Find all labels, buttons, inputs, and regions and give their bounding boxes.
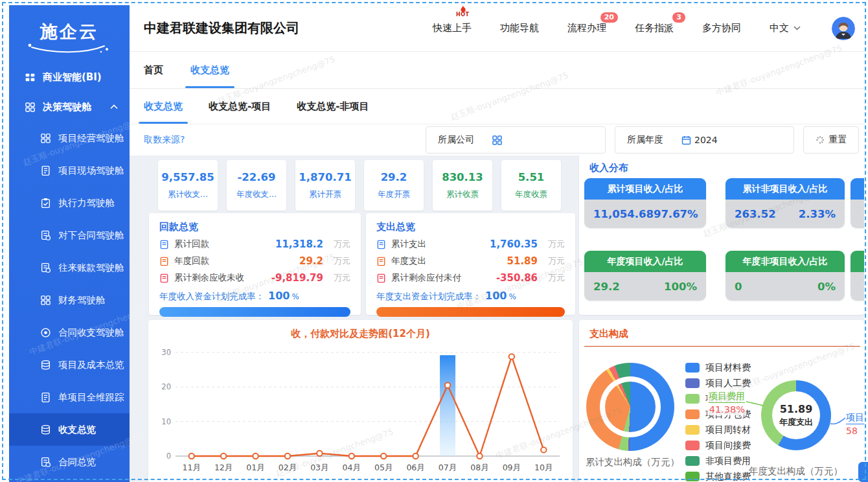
svg-text:02月: 02月	[279, 463, 297, 472]
sidebar-item-income-expense-overview[interactable]: 收支总览	[9, 413, 130, 446]
sidebar-item-label: 项目经营驾驶舱	[58, 132, 124, 144]
user-avatar[interactable]	[832, 17, 855, 40]
subtab-overview-nonproject[interactable]: 收支总览-非项目	[297, 89, 369, 124]
stat-row: 年度支出 51.89 万元	[376, 255, 565, 267]
sidebar-item-label: 合同总览	[58, 456, 96, 468]
avatar-person-icon	[832, 17, 855, 40]
sidebar-item-label: 单项目全维跟踪	[58, 391, 124, 404]
document-badge-icon	[40, 262, 51, 273]
subtab-overview-project[interactable]: 收支总览-项目	[209, 89, 271, 124]
sidebar-item-label: 项目及成本总览	[58, 359, 124, 371]
nav-process-handling[interactable]: 流程办理 20	[567, 22, 606, 34]
svg-text:30: 30	[161, 348, 171, 357]
plan-completion-line: 年度收入资金计划完成率： 100 %	[159, 290, 350, 303]
legend-item[interactable]: 项目人工费	[685, 378, 751, 388]
sidebar-item-execution[interactable]: 执行力驾驶舱	[9, 187, 130, 219]
sidebar-item-accounts[interactable]: 往来账款驾驶舱	[9, 251, 130, 284]
task-badge: 3	[672, 12, 685, 23]
tab-home[interactable]: 首页	[144, 52, 163, 88]
company-grid-icon	[492, 135, 502, 145]
grid-outline-icon	[25, 102, 36, 113]
stat-row: 年度回款 29.2 万元	[159, 255, 350, 267]
page-tabs: 首页 收支总览	[130, 52, 864, 89]
sidebar-item-single-project[interactable]: 单项目全维跟踪	[9, 381, 130, 413]
nav-quick-start[interactable]: HOT 快速上手	[433, 22, 472, 34]
coins-icon	[40, 424, 51, 435]
trend-chart-panel: 收，付款对比及走势图(12个月) 010203011月12月01月02月03月0…	[148, 320, 573, 482]
company-title: 中建君联建设集团有限公司	[144, 19, 299, 37]
data-source-link[interactable]: 取数来源?	[144, 134, 185, 146]
svg-text:01月: 01月	[246, 463, 264, 472]
income-distribution-panel: 收入分布 累计项目收入/占比 11,054.6897.67% 累计非项目收入/占…	[579, 154, 864, 315]
legend-swatch	[685, 378, 700, 388]
dashboard-page: 施企云 商业智能(BI) 决策驾驶舱 项目经营驾驶舱 项目现场驾驶舱 执行力驾驶…	[0, 0, 868, 482]
svg-text:07月: 07月	[439, 463, 457, 472]
sidebar-item-project-cost[interactable]: 项目及成本总览	[9, 349, 130, 381]
target-icon	[40, 327, 51, 338]
legend-item[interactable]: 项目间接费	[685, 441, 751, 450]
income-stat-card: 累计项目收入/占比 11,054.6897.67%	[584, 178, 706, 228]
top-header: 中建君联建设集团有限公司 HOT 快速上手 功能导航 流程办理 20 任务指派 …	[130, 5, 864, 52]
svg-text:04月: 04月	[343, 463, 361, 472]
sidebar-item-contract-overview[interactable]: 合同总览	[9, 446, 130, 478]
sidebar-item-label: 决策驾驶舱	[43, 101, 91, 113]
kpi-card-annual-received-invoice: 5.51年度收票	[501, 160, 561, 211]
receipts-overview-panel: 回款总览 累计回款 11,318.2 万元 年度回款 29.2 万元 累计剩余应…	[149, 213, 361, 315]
clipboard-check-icon	[40, 198, 51, 209]
side-widget-button[interactable]	[858, 462, 868, 482]
kpi-card-cumulative-received-invoice: 830.13累计收票	[433, 160, 492, 211]
sidebar-item-finance[interactable]: 财务驾驶舱	[9, 284, 130, 316]
process-badge: 20	[600, 12, 618, 23]
document-badge-icon	[40, 230, 51, 241]
donut-callout-right: 项目 58	[846, 411, 864, 436]
document-icon	[376, 240, 386, 249]
legend-item[interactable]: 项目材料费	[685, 363, 751, 373]
company-filter[interactable]: 所属公司	[426, 126, 606, 154]
document-icon	[159, 273, 169, 283]
donut-callout-left: 项目费用 41.38%	[707, 389, 746, 415]
income-stat-card: 累计非项目收入/占比 263.522.33%	[725, 178, 845, 228]
sidebar-item-project-operation[interactable]: 项目经营驾驶舱	[9, 122, 130, 154]
legend-swatch	[685, 409, 700, 419]
calendar-icon: 2024	[681, 135, 718, 145]
svg-text:12月: 12月	[214, 463, 233, 472]
income-stat-card: 年度非项目收入/占比 00%	[725, 251, 845, 301]
sidebar-item-project-site[interactable]: 项目现场驾驶舱	[9, 154, 130, 187]
sidebar-item-sub-contract[interactable]: 对下合同驾驶舱	[9, 219, 130, 251]
legend-item[interactable]: 项目周转材	[685, 425, 751, 435]
sidebar-item-decision-cockpit[interactable]: 决策驾驶舱	[9, 92, 130, 122]
svg-text:03月: 03月	[310, 463, 328, 472]
cumulative-expense-inner-pie	[605, 382, 656, 432]
sidebar-item-contract-income-expense[interactable]: 合同收支驾驶舱	[9, 316, 130, 349]
panel-title: 支出总览	[376, 221, 565, 233]
legend-item[interactable]: 非项目费用	[685, 456, 751, 466]
reset-button[interactable]: 重置	[803, 126, 859, 154]
document-icon	[376, 257, 386, 266]
subtab-overview[interactable]: 收支总览	[144, 89, 183, 124]
svg-text:11月: 11月	[183, 463, 201, 472]
sidebar-item-label: 合同收支驾驶舱	[58, 327, 124, 339]
document-icon	[40, 165, 51, 176]
svg-text:10: 10	[161, 417, 171, 426]
tab-income-expense-overview[interactable]: 收支总览	[190, 52, 229, 88]
coins-icon	[40, 360, 51, 371]
document-icon	[159, 240, 169, 249]
nav-function-guide[interactable]: 功能导航	[500, 22, 539, 34]
sidebar-item-label: 收支总览	[58, 424, 96, 436]
legend-swatch	[685, 456, 700, 466]
panel-title: 支出构成	[589, 328, 864, 340]
sidebar-item-bi[interactable]: 商业智能(BI)	[9, 62, 130, 92]
sidebar-item-label: 往来账款驾驶舱	[58, 262, 124, 274]
sidebar: 施企云 商业智能(BI) 决策驾驶舱 项目经营驾驶舱 项目现场驾驶舱 执行力驾驶…	[9, 5, 130, 482]
grid-icon	[25, 72, 36, 83]
year-filter[interactable]: 所属年度 2024	[615, 126, 794, 154]
logo-swoosh-icon	[28, 43, 111, 54]
nav-multi-collaboration[interactable]: 多方协同	[702, 22, 741, 34]
nav-task-assign[interactable]: 任务指派 3	[635, 22, 674, 34]
document-badge-icon	[40, 457, 51, 468]
legend-swatch	[685, 394, 700, 404]
kpi-card-annual-invoiced: 29.2年度开票	[364, 160, 424, 211]
income-stat-card: 年度项目收入/占比 29.2100%	[584, 251, 706, 301]
svg-text:08月: 08月	[470, 463, 488, 472]
language-switcher[interactable]: 中文	[770, 22, 801, 34]
